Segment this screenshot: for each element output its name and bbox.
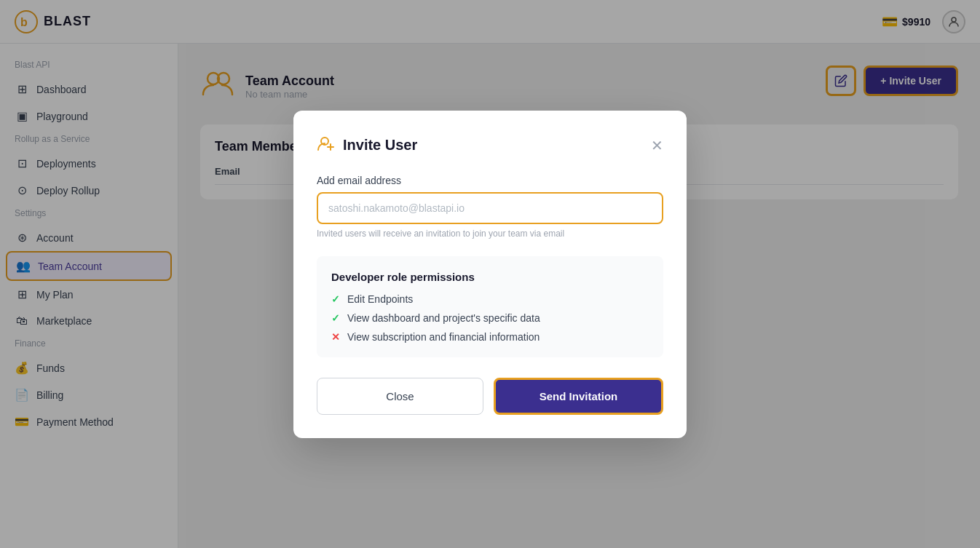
send-invitation-button[interactable]: Send Invitation: [494, 378, 663, 415]
email-label: Add email address: [317, 175, 663, 186]
modal-invite-icon: [317, 134, 336, 157]
permissions-box: Developer role permissions ✓ Edit Endpoi…: [317, 256, 663, 357]
permission-check-icon-1: ✓: [331, 293, 340, 305]
permissions-title: Developer role permissions: [331, 271, 649, 283]
permission-cross-icon-3: ✕: [331, 331, 340, 343]
modal-title-area: Invite User: [317, 134, 417, 157]
permission-item-1: ✓ Edit Endpoints: [331, 293, 649, 305]
email-hint: Invited users will receive an invitation…: [317, 229, 663, 239]
invite-user-modal: Invite User ✕ Add email address Invited …: [293, 111, 687, 438]
permission-text-2: View dashboard and project's specific da…: [347, 312, 540, 324]
email-input[interactable]: [317, 192, 663, 224]
modal-overlay: Invite User ✕ Add email address Invited …: [0, 0, 980, 548]
permission-item-3: ✕ View subscription and financial inform…: [331, 331, 649, 343]
modal-header: Invite User ✕: [317, 134, 663, 157]
modal-actions: Close Send Invitation: [317, 378, 663, 415]
close-button[interactable]: Close: [317, 378, 483, 415]
permission-text-1: Edit Endpoints: [347, 293, 413, 305]
permission-text-3: View subscription and financial informat…: [347, 331, 540, 343]
modal-title: Invite User: [343, 137, 417, 154]
permission-check-icon-2: ✓: [331, 312, 340, 324]
modal-close-button[interactable]: ✕: [651, 138, 663, 153]
permission-item-2: ✓ View dashboard and project's specific …: [331, 312, 649, 324]
